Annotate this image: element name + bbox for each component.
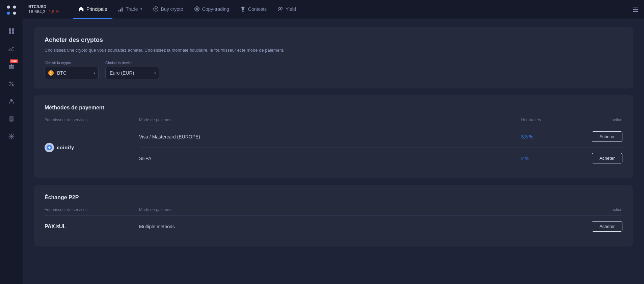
- crypto-select-wrapper: ₿ BTC ETH LTC ▾: [45, 67, 99, 79]
- coinify-provider-group: coinify Visa / Mastercard (EUROPE) 3,5 %…: [45, 126, 622, 169]
- svg-point-31: [280, 7, 282, 9]
- svg-point-3: [13, 12, 16, 15]
- content-area: Acheter des cryptos Choisissez une crypt…: [23, 19, 644, 284]
- ticker-change: -1,5 %: [48, 9, 59, 14]
- multiple-methods-name: Multiple methods: [139, 224, 521, 229]
- nav-item-trade[interactable]: Trade ▾: [112, 0, 147, 19]
- p2p-card: Échange P2P Fournisseur de services Mode…: [34, 185, 633, 247]
- sidebar-item-users[interactable]: [4, 94, 19, 109]
- payment-methods-card: Méthodes de payement Fournisseur de serv…: [34, 95, 633, 178]
- sepa-buy-button[interactable]: Acheter: [592, 153, 622, 163]
- coinify-logo-cell: coinify: [45, 126, 139, 169]
- svg-rect-29: [242, 11, 244, 11]
- main-area: BTC/USD 16 664,3 -1,5 % Principale Trade: [23, 0, 644, 284]
- paxful-logo: PAX✕UL: [45, 223, 66, 230]
- topnav: BTC/USD 16 664,3 -1,5 % Principale Trade: [23, 0, 644, 19]
- svg-rect-23: [122, 7, 123, 11]
- svg-point-30: [278, 7, 280, 9]
- svg-rect-5: [12, 28, 14, 31]
- crypto-select-group: Choisir la crypto ₿ BTC ETH LTC: [45, 61, 99, 79]
- nav-item-copy-trading[interactable]: Copy-trading: [189, 0, 235, 19]
- p2p-header-provider: Fournisseur de services: [45, 207, 139, 212]
- buy-crypto-title: Acheter des cryptos: [45, 36, 622, 44]
- svg-rect-21: [118, 10, 119, 11]
- svg-rect-18: [10, 120, 12, 120]
- paxful-action: Acheter: [582, 221, 622, 232]
- svg-point-14: [10, 99, 12, 102]
- sidebar-item-trading[interactable]: [4, 41, 19, 56]
- copy-trading-icon: [194, 6, 200, 12]
- svg-rect-22: [120, 9, 121, 11]
- svg-rect-17: [10, 119, 12, 119]
- coinify-logo: coinify: [45, 143, 74, 152]
- sidebar: NEW!: [0, 0, 23, 284]
- svg-rect-4: [9, 28, 11, 31]
- header-fee: Honoraires: [521, 118, 582, 122]
- sidebar-item-gifts[interactable]: NEW!: [4, 59, 19, 74]
- paxful-logo-cell: PAX✕UL: [45, 216, 139, 237]
- nav-item-yield[interactable]: Yield: [272, 0, 301, 19]
- paxful-name-text: PAX: [45, 224, 55, 229]
- p2p-section-title: Échange P2P: [45, 195, 622, 201]
- sidebar-item-dashboard[interactable]: [4, 24, 19, 38]
- sepa-action: Acheter: [582, 153, 622, 163]
- svg-rect-9: [9, 66, 14, 69]
- trade-icon: [118, 6, 123, 12]
- nav-item-contests[interactable]: Contests: [235, 0, 272, 19]
- buy-crypto-icon: [153, 6, 159, 12]
- coinify-name: coinify: [57, 145, 74, 150]
- svg-rect-16: [10, 118, 12, 118]
- header-method: Mode de paiement: [139, 118, 521, 122]
- payment-section-title: Méthodes de payement: [45, 105, 622, 111]
- sepa-fee: 2 %: [521, 156, 582, 161]
- visa-method-name: Visa / Mastercard (EUROPE): [139, 134, 521, 139]
- coinify-method-sepa: SEPA 2 % Acheter: [139, 148, 622, 169]
- coinify-methods: Visa / Mastercard (EUROPE) 3,5 % Acheter…: [139, 126, 622, 169]
- selects-row: Choisir la crypto ₿ BTC ETH LTC: [45, 61, 622, 79]
- header-provider: Fournisseur de services: [45, 118, 139, 122]
- svg-point-12: [12, 84, 14, 86]
- svg-rect-7: [12, 31, 14, 34]
- yield-icon: [277, 6, 283, 12]
- header-action: action: [582, 118, 622, 122]
- ticker-pair: BTC/USD: [28, 4, 62, 9]
- svg-point-0: [7, 6, 10, 9]
- sidebar-item-percent[interactable]: [4, 76, 19, 91]
- payment-table-header: Fournisseur de services Mode de paiement…: [45, 118, 622, 126]
- currency-select-wrapper: Euro (EUR) USD GBP ▾: [105, 67, 159, 79]
- p2p-header-method: Mode de paiement: [139, 207, 521, 212]
- paxful-buy-button[interactable]: Acheter: [592, 221, 622, 232]
- paxful-provider-group: PAX✕UL Multiple methods Acheter: [45, 216, 622, 237]
- visa-action: Acheter: [582, 131, 622, 142]
- sidebar-item-settings[interactable]: [4, 129, 19, 144]
- btc-icon: ₿: [48, 70, 54, 76]
- hamburger-menu-icon[interactable]: ☰: [633, 5, 639, 14]
- svg-rect-8: [9, 50, 14, 51]
- paxful-methods: Multiple methods Acheter: [139, 216, 622, 237]
- sidebar-item-docs[interactable]: [4, 111, 19, 126]
- nav-item-principale[interactable]: Principale: [73, 0, 112, 19]
- p2p-header-action: action: [582, 207, 622, 212]
- contests-icon: [240, 6, 246, 12]
- nav-items: Principale Trade ▾ Buy crypto: [73, 0, 639, 19]
- visa-buy-button[interactable]: Acheter: [592, 131, 622, 142]
- currency-select-input[interactable]: Euro (EUR) USD GBP: [105, 67, 159, 79]
- home-icon: [78, 6, 84, 12]
- visa-fee: 3,5 %: [521, 134, 582, 139]
- chevron-down-icon: ▾: [140, 7, 142, 11]
- svg-rect-28: [242, 11, 243, 11]
- coinify-method-visa: Visa / Mastercard (EUROPE) 3,5 % Acheter: [139, 126, 622, 148]
- p2p-header-empty: [521, 207, 582, 212]
- paxful-ul: UL: [59, 224, 66, 229]
- logo[interactable]: [5, 3, 18, 17]
- currency-select-group: Choisir la devise Euro (EUR) USD GBP ▾: [105, 61, 159, 79]
- nav-item-buy-crypto[interactable]: Buy crypto: [147, 0, 189, 19]
- svg-rect-6: [9, 31, 11, 34]
- svg-point-2: [7, 12, 10, 15]
- svg-point-26: [196, 8, 198, 10]
- svg-point-11: [9, 82, 11, 83]
- buy-crypto-subtitle: Choisissez une crypto que vous souhaitez…: [45, 48, 622, 53]
- sepa-method-name: SEPA: [139, 156, 521, 161]
- crypto-select-label: Choisir la crypto: [45, 61, 99, 65]
- new-badge: NEW!: [10, 59, 18, 63]
